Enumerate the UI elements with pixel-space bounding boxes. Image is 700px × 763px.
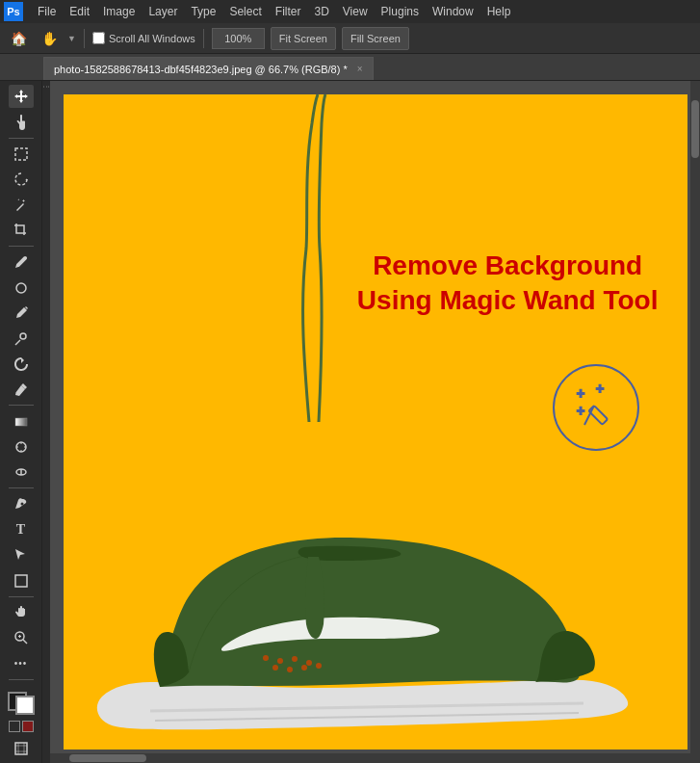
separator-2 (203, 29, 204, 48)
svg-point-18 (306, 660, 312, 666)
v-scroll-thumb[interactable] (691, 100, 699, 158)
horizontal-scrollbar[interactable] (50, 753, 700, 763)
sidebar-separator-1 (9, 138, 34, 139)
tab-filename: photo-1582588678413-dbf45f4823e9.jpeg @ … (54, 64, 348, 75)
scroll-all-windows-checkbox[interactable]: Scroll All Windows (92, 32, 195, 44)
hand-tool-btn[interactable]: ✋ (37, 26, 62, 51)
left-scroll-area: ⋮ (42, 81, 50, 763)
svg-rect-3 (15, 418, 27, 426)
type-tool-icon[interactable]: T (9, 518, 34, 541)
scroll-all-windows-input[interactable] (92, 32, 105, 44)
path-select-icon[interactable] (9, 543, 34, 566)
svg-point-15 (263, 655, 269, 661)
overlay-text-line2: Using Magic Wand Tool (357, 283, 659, 318)
menu-help[interactable]: Help (480, 3, 518, 20)
lasso-tool-icon[interactable] (9, 168, 34, 191)
brush-tool-icon[interactable] (9, 302, 34, 325)
document-tab[interactable]: photo-1582588678413-dbf45f4823e9.jpeg @ … (43, 57, 374, 80)
canvas-area: ⋮ Remove Background Using Magic Wand Too… (42, 81, 700, 763)
shoe-body-svg (73, 441, 651, 740)
svg-rect-7 (15, 575, 27, 587)
fill-screen-button[interactable]: Fill Screen (342, 27, 409, 50)
svg-rect-13 (588, 406, 608, 425)
pen-tool-icon[interactable] (9, 492, 34, 515)
sidebar-separator-3 (9, 405, 34, 406)
screen-mode-icon[interactable] (13, 741, 29, 759)
quick-mask-icon[interactable] (22, 721, 34, 732)
svg-point-2 (20, 333, 26, 339)
tab-close-button[interactable]: × (357, 64, 363, 74)
shoe-laces-svg (256, 94, 372, 422)
svg-text:+: + (596, 381, 604, 396)
ps-logo-icon: Ps (4, 2, 23, 21)
svg-rect-0 (15, 148, 27, 160)
menu-view[interactable]: View (336, 3, 375, 20)
menu-3d[interactable]: 3D (307, 3, 335, 20)
svg-line-14 (584, 406, 594, 425)
svg-point-19 (272, 665, 278, 671)
document-canvas[interactable]: Remove Background Using Magic Wand Tool … (64, 94, 687, 750)
sidebar-separator-2 (9, 246, 34, 247)
mode-icons (9, 721, 34, 735)
menu-image[interactable]: Image (96, 3, 142, 20)
svg-point-17 (292, 656, 298, 662)
eyedropper-icon[interactable] (9, 250, 34, 274)
tab-bar: photo-1582588678413-dbf45f4823e9.jpeg @ … (0, 54, 700, 81)
eraser-icon[interactable] (9, 378, 34, 401)
menu-layer[interactable]: Layer (142, 3, 184, 20)
sidebar-separator-5 (9, 596, 34, 597)
svg-point-21 (301, 665, 307, 671)
svg-point-1 (16, 283, 26, 293)
scroll-all-windows-label: Scroll All Windows (109, 33, 195, 44)
marquee-rect-icon[interactable] (9, 143, 34, 166)
rectangle-shape-icon[interactable] (9, 569, 34, 592)
zoom-level-display[interactable]: 100% (212, 28, 265, 49)
blur-tool-icon[interactable] (9, 435, 34, 459)
home-icon[interactable]: 🏠 (6, 26, 31, 51)
tools-panel: T ••• (0, 81, 42, 763)
options-toolbar: 🏠 ✋ ▼ Scroll All Windows 100% Fit Screen… (0, 23, 700, 54)
canvas-overlay-text: Remove Background Using Magic Wand Tool (357, 249, 659, 319)
more-tools-icon[interactable]: ••• (9, 652, 34, 675)
menu-type[interactable]: Type (184, 3, 222, 20)
overlay-text-line1: Remove Background (357, 249, 659, 283)
menu-plugins[interactable]: Plugins (375, 3, 426, 20)
sidebar-separator-6 (9, 679, 34, 680)
menu-edit[interactable]: Edit (63, 3, 96, 20)
vertical-scrollbar[interactable] (690, 81, 700, 753)
hand-pan-icon[interactable] (9, 601, 34, 624)
gradient-tool-icon[interactable] (9, 409, 34, 433)
magic-wand-icon[interactable] (9, 193, 34, 216)
clone-stamp-icon[interactable] (9, 327, 34, 350)
move-tool-icon[interactable] (9, 85, 34, 108)
sidebar-separator-4 (9, 487, 34, 488)
background-color[interactable] (15, 696, 35, 715)
svg-point-16 (277, 658, 283, 664)
dodge-tool-icon[interactable] (9, 460, 34, 484)
normal-mode-icon[interactable] (9, 721, 20, 732)
svg-text:+: + (577, 385, 584, 401)
left-ruler: ⋮ (42, 83, 51, 91)
crop-tool-icon[interactable] (9, 219, 34, 242)
h-scroll-thumb[interactable] (69, 754, 146, 762)
menu-window[interactable]: Window (426, 3, 480, 20)
menu-bar: Ps File Edit Image Layer Type Select Fil… (0, 0, 700, 23)
healing-brush-icon[interactable] (9, 276, 34, 300)
history-brush-icon[interactable] (9, 353, 34, 376)
zoom-tool-icon[interactable] (9, 626, 34, 649)
fit-screen-button[interactable]: Fit Screen (271, 27, 336, 50)
separator-1 (84, 29, 85, 48)
magic-wand-decoration: + + + (553, 364, 639, 451)
menu-file[interactable]: File (31, 3, 63, 20)
svg-point-22 (316, 663, 322, 669)
menu-filter[interactable]: Filter (269, 3, 308, 20)
main-area: T ••• (0, 81, 700, 763)
svg-point-20 (287, 667, 293, 672)
hand-dropdown-arrow[interactable]: ▼ (67, 34, 76, 43)
svg-text:+: + (577, 403, 584, 418)
hand-tool-icon[interactable] (9, 110, 34, 133)
menu-select[interactable]: Select (222, 3, 268, 20)
color-swatches[interactable] (6, 688, 37, 717)
type-icon-label: T (16, 522, 25, 538)
svg-point-6 (20, 502, 23, 505)
